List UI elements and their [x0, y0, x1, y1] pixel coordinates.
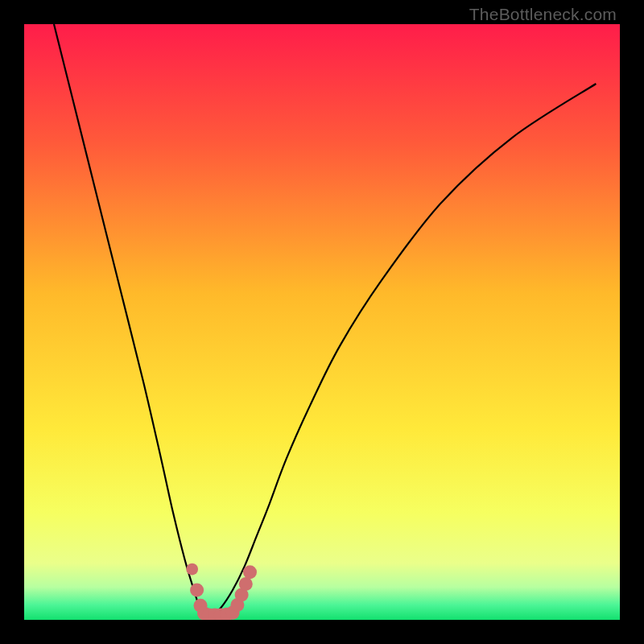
data-marker [186, 564, 198, 576]
bottleneck-chart [24, 24, 620, 620]
data-marker [239, 577, 253, 591]
gradient-background [24, 24, 620, 620]
chart-frame [24, 24, 620, 620]
watermark-text: TheBottleneck.com [469, 5, 617, 24]
data-marker [190, 583, 204, 597]
data-marker [243, 565, 257, 579]
